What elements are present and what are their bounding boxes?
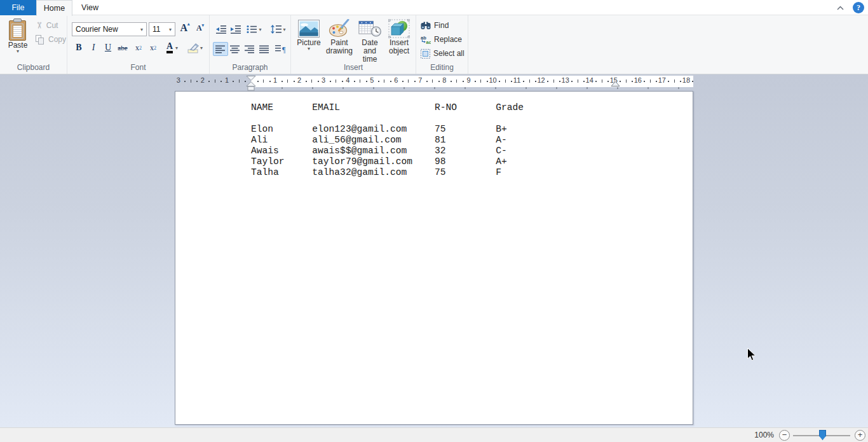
justify-button[interactable] [257,42,272,56]
ribbon-tab-bar: File Home View ? [0,0,868,15]
insert-object-button[interactable]: Insert object [385,18,413,56]
date-time-label-line1: Date and [355,39,384,55]
align-center-button[interactable] [227,42,243,56]
decrease-indent-icon [215,25,227,34]
align-right-icon [245,45,255,53]
document-area: 321123456789101112131415161718 NAME EMAI… [0,74,868,427]
highlight-color-button[interactable]: ▾ [184,41,206,55]
strikethrough-glyph: abe [118,44,127,52]
tab-view[interactable]: View [72,0,107,15]
tab-home[interactable]: Home [36,0,72,16]
grow-font-glyph: A [180,22,187,34]
bold-glyph: B [76,43,81,53]
justify-icon [259,45,269,53]
shrink-font-button[interactable]: A▾ [193,24,208,38]
font-color-button[interactable]: A ▾ [163,41,182,55]
select-all-button[interactable]: Select all [421,47,465,60]
paint-drawing-label-line2: drawing [326,47,353,55]
grow-font-button[interactable]: A▴ [177,22,193,36]
svg-text:¶: ¶ [282,45,286,53]
font-family-caret: ▾ [137,27,146,32]
replace-button[interactable]: ab ac Replace [421,33,462,46]
insert-group: Picture ▾ Paint drawing [291,15,416,74]
picture-icon [297,18,320,39]
paint-drawing-button[interactable]: Paint drawing [324,18,355,56]
paint-palette-icon [328,18,351,39]
strikethrough-button[interactable]: abe [116,41,130,55]
minus-icon: − [782,430,787,439]
bullets-button[interactable]: ▾ [244,22,264,36]
editing-group: Find ab ac Replace Select all Editing [416,15,468,74]
tab-file[interactable]: File [0,0,36,15]
tab-view-label: View [81,3,98,12]
paste-button[interactable]: Paste ▾ [4,18,32,54]
zoom-out-button[interactable]: − [779,430,790,441]
increase-indent-button[interactable] [228,22,243,36]
copy-label: Copy [48,35,66,44]
paste-dropdown-caret: ▾ [17,50,19,53]
subscript-button[interactable]: x2 [132,41,146,55]
bullets-caret: ▾ [259,27,261,32]
align-center-icon [230,45,240,53]
superscript-mark: 2 [154,45,156,51]
highlight-caret: ▾ [200,45,203,51]
zoom-in-button[interactable]: + [855,430,865,441]
increase-indent-icon [230,25,241,34]
insert-group-label: Insert [291,63,416,72]
tab-file-label: File [11,3,24,12]
chevron-up-icon [837,6,844,10]
font-size-caret: ▾ [166,27,175,32]
copy-pages-icon [36,35,45,45]
bullet-list-icon [247,25,257,34]
decrease-indent-button[interactable] [214,22,229,36]
mouse-cursor [747,348,756,361]
zoom-level-label: 100% [754,431,774,439]
italic-button[interactable]: I [86,41,100,55]
status-bar: 100% − + [0,427,868,442]
cut-button[interactable]: ✂ Cut [36,19,58,32]
minimize-ribbon-button[interactable] [834,2,846,13]
line-spacing-button[interactable]: ▾ [268,22,288,36]
plus-icon: + [858,430,863,439]
date-and-time-button[interactable]: Date and time [355,18,385,64]
font-size-value: 11 [149,25,166,34]
align-left-button[interactable] [213,42,228,56]
help-button[interactable]: ? [853,2,864,13]
select-all-icon [421,49,430,59]
find-button[interactable]: Find [421,19,449,32]
replace-icon: ab ac [421,35,431,44]
paragraph-dialog-button[interactable]: ¶ [273,42,288,56]
paragraph-mark-icon: ¶ [275,45,287,53]
zoom-slider-thumb[interactable] [819,430,826,440]
question-mark-icon: ? [857,3,860,13]
object-cube-sphere-icon [388,18,410,39]
binoculars-icon [421,22,431,30]
font-family-combo[interactable]: Courier New ▾ [72,22,147,36]
paste-clipboard-icon [8,18,27,41]
font-size-combo[interactable]: 11 ▾ [149,22,175,36]
underline-glyph: U [105,43,111,53]
paragraph-group-label: Paragraph [210,63,290,72]
align-right-button[interactable] [242,42,257,56]
underline-button[interactable]: U [101,41,115,55]
superscript-button[interactable]: x2 [146,41,160,55]
select-all-label: Select all [433,49,465,58]
font-color-glyph: A [166,42,173,53]
paragraph-group: ▾ ▾ [210,15,291,74]
scissors-icon: ✂ [35,22,44,29]
svg-text:ac: ac [426,39,431,45]
cut-label: Cut [46,21,58,30]
ribbon: Paste ▾ ✂ Cut Copy Clipboard Courier New… [0,15,868,74]
copy-button[interactable]: Copy [36,33,66,46]
left-indent-marker[interactable] [246,76,256,91]
bold-button[interactable]: B [72,41,86,55]
right-indent-marker[interactable] [611,81,620,87]
italic-glyph: I [92,43,95,53]
tab-home-label: Home [44,4,65,13]
font-group: Courier New ▾ 11 ▾ A▴ A▾ B I U abe x2 x2… [67,15,210,74]
editing-group-label: Editing [416,63,468,72]
insert-picture-button[interactable]: Picture ▾ [295,18,323,52]
clipboard-group-label: Clipboard [0,63,67,72]
document-page[interactable]: NAME EMAIL R-NO Grade Elon elon123@gamil… [175,91,693,425]
line-spacing-caret: ▾ [283,27,285,32]
